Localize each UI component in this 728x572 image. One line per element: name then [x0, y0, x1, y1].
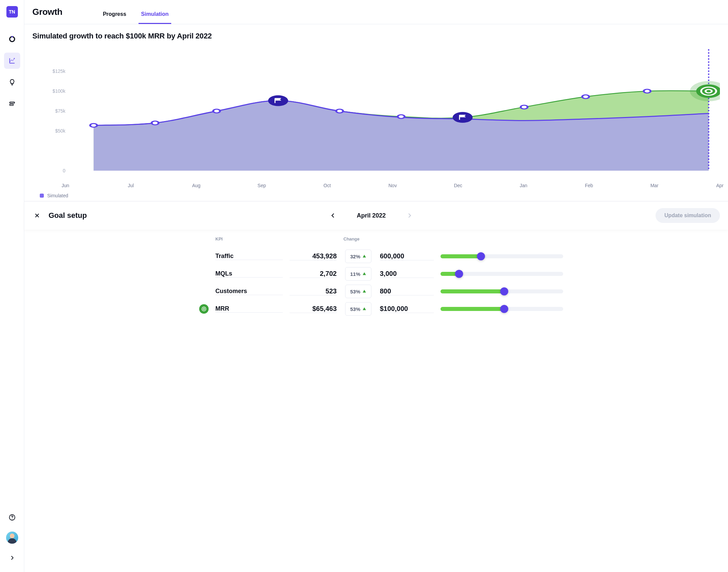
kpi-base-value: $65,463 [290, 305, 337, 313]
kpi-base-value: 2,702 [290, 270, 337, 278]
header: Growth Progress Simulation [24, 0, 728, 24]
ring-icon [8, 35, 16, 43]
svg-point-12 [336, 109, 343, 113]
kpi-target-value: $100,000 [380, 305, 434, 313]
nav-growth-icon[interactable] [4, 53, 20, 69]
chart: 0$50k$75k$100k$125k [32, 46, 720, 181]
tab-progress[interactable]: Progress [103, 11, 126, 24]
goal-setup-bar: Goal setup April 2022 Update simulation [24, 201, 728, 230]
chart-legend: Simulated [32, 188, 720, 201]
svg-point-2 [13, 58, 14, 59]
slider-thumb[interactable] [500, 287, 508, 295]
svg-point-0 [9, 37, 14, 42]
nav-overview-icon[interactable] [4, 31, 20, 47]
main: Growth Progress Simulation Simulated gro… [24, 0, 728, 572]
goal-target-icon [199, 304, 209, 314]
month-picker: April 2022 [94, 212, 649, 219]
kpi-name: Customers [215, 288, 283, 295]
question-circle-icon [8, 514, 16, 521]
change-col-heading: Change [343, 236, 373, 248]
legend-label: Simulated [47, 193, 68, 198]
kpi-slider[interactable] [441, 267, 563, 281]
triangle-up-icon [362, 254, 366, 258]
svg-point-20 [453, 112, 473, 123]
page-title: Growth [32, 7, 62, 17]
goal-setup-title: Goal setup [49, 211, 87, 220]
kpi-name: MRR [215, 305, 283, 313]
svg-point-13 [398, 115, 404, 118]
slider-thumb[interactable] [500, 305, 508, 313]
kpi-table: KPI Change Traffic453,92832%600,000MQLs2… [24, 230, 728, 330]
kpi-change-pill: 53% [345, 302, 371, 316]
svg-point-16 [582, 95, 589, 98]
triangle-up-icon [362, 307, 366, 311]
sidebar-expand-button[interactable] [4, 550, 20, 566]
y-tick-label: $50k [55, 128, 65, 134]
kpi-change-pill: 53% [345, 285, 371, 298]
svg-rect-4 [9, 104, 13, 106]
chevron-right-icon [406, 212, 413, 219]
svg-point-15 [521, 105, 527, 109]
nav-ideas-icon[interactable] [4, 74, 20, 90]
slider-thumb[interactable] [455, 270, 463, 278]
svg-point-1 [11, 36, 12, 37]
chevron-right-icon [9, 555, 15, 561]
kpi-change-pill: 11% [345, 267, 371, 281]
svg-point-6 [12, 519, 12, 519]
tabs: Progress Simulation [103, 0, 169, 24]
kpi-target-value: 600,000 [380, 252, 434, 260]
svg-point-19 [268, 95, 288, 106]
svg-point-10 [213, 109, 220, 113]
svg-point-25 [202, 307, 206, 311]
help-icon[interactable] [4, 509, 20, 525]
y-tick-label: $100k [53, 88, 65, 94]
close-button[interactable] [32, 211, 42, 220]
nav-layers-icon[interactable] [4, 96, 20, 112]
rows-icon [8, 100, 16, 108]
kpi-name: MQLs [215, 270, 283, 278]
kpi-target-value: 3,000 [380, 270, 434, 278]
y-tick-label: $75k [55, 108, 65, 114]
sidebar: TN [0, 0, 24, 572]
kpi-name: Traffic [215, 253, 283, 260]
chart-line-icon [8, 57, 16, 64]
lightbulb-icon [8, 79, 16, 86]
y-tick-label: $125k [53, 68, 65, 74]
svg-point-9 [152, 121, 158, 125]
kpi-col-heading: KPI [215, 236, 283, 248]
kpi-target-value: 800 [380, 287, 434, 295]
chart-container: 0$50k$75k$100k$125k JunJulAugSepOctNovDe… [24, 40, 728, 201]
kpi-change-pill: 32% [345, 250, 371, 263]
month-prev-button[interactable] [330, 212, 336, 219]
svg-point-8 [90, 123, 97, 127]
kpi-slider[interactable] [441, 302, 563, 316]
avatar[interactable] [6, 532, 18, 544]
y-tick-label: 0 [63, 168, 65, 173]
month-next-button [406, 212, 413, 219]
chart-title: Simulated growth to reach $100k MRR by A… [24, 24, 728, 40]
month-label: April 2022 [357, 212, 386, 219]
svg-point-26 [203, 308, 205, 310]
app-badge[interactable]: TN [6, 6, 18, 18]
chevron-left-icon [330, 212, 336, 219]
triangle-up-icon [362, 289, 366, 293]
close-icon [34, 212, 40, 219]
svg-point-17 [644, 89, 650, 93]
svg-rect-3 [9, 102, 14, 104]
slider-thumb[interactable] [477, 252, 485, 260]
triangle-up-icon [362, 272, 366, 276]
kpi-slider[interactable] [441, 285, 563, 298]
kpi-slider[interactable] [441, 250, 563, 263]
legend-swatch-icon [40, 194, 44, 198]
kpi-base-value: 523 [290, 287, 337, 295]
update-simulation-button[interactable]: Update simulation [656, 208, 720, 223]
tab-simulation[interactable]: Simulation [141, 11, 169, 24]
kpi-base-value: 453,928 [290, 252, 337, 260]
